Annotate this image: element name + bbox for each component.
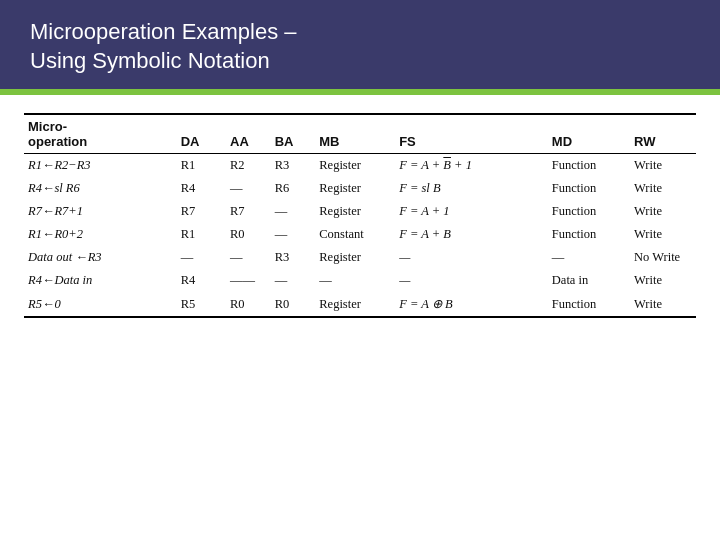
cell-aa: R0 (226, 292, 271, 317)
cell-md: Data in (548, 269, 630, 292)
cell-micro: R1←R2−R3 (24, 154, 177, 178)
col-header-da: DA (177, 114, 226, 154)
cell-md: Function (548, 223, 630, 246)
cell-micro: R4←sl R6 (24, 177, 177, 200)
cell-md: Function (548, 177, 630, 200)
cell-ba: R3 (271, 154, 316, 178)
col-header-rw: RW (630, 114, 696, 154)
cell-mb: Register (315, 154, 395, 178)
cell-md: Function (548, 154, 630, 178)
cell-da: R1 (177, 154, 226, 178)
title-line1: Microoperation Examples – (30, 19, 297, 44)
cell-aa: —— (226, 269, 271, 292)
cell-rw: Write (630, 223, 696, 246)
table-row: R1←R2−R3R1R2R3RegisterF = A + B + 1Funct… (24, 154, 696, 178)
cell-fs: F = A ⊕ B (395, 292, 548, 317)
cell-ba: R0 (271, 292, 316, 317)
cell-rw: Write (630, 177, 696, 200)
cell-md: — (548, 246, 630, 269)
cell-da: R4 (177, 269, 226, 292)
table-row: R7←R7+1R7R7—RegisterF = A + 1FunctionWri… (24, 200, 696, 223)
cell-ba: R3 (271, 246, 316, 269)
content-area: Micro-operation DA AA BA MB FS MD RW R1←… (0, 95, 720, 540)
cell-aa: R2 (226, 154, 271, 178)
cell-aa: R7 (226, 200, 271, 223)
cell-micro: R5←0 (24, 292, 177, 317)
table-row: R4←sl R6R4—R6RegisterF = sl BFunctionWri… (24, 177, 696, 200)
cell-fs: — (395, 269, 548, 292)
cell-mb: Constant (315, 223, 395, 246)
cell-mb: Register (315, 246, 395, 269)
microoperation-table: Micro-operation DA AA BA MB FS MD RW R1←… (24, 113, 696, 318)
cell-aa: — (226, 246, 271, 269)
cell-da: R4 (177, 177, 226, 200)
cell-mb: Register (315, 200, 395, 223)
cell-ba: — (271, 269, 316, 292)
col-header-aa: AA (226, 114, 271, 154)
col-header-md: MD (548, 114, 630, 154)
cell-da: R1 (177, 223, 226, 246)
cell-rw: Write (630, 269, 696, 292)
table-row: Data out ←R3——R3Register——No Write (24, 246, 696, 269)
cell-rw: Write (630, 154, 696, 178)
cell-fs: F = sl B (395, 177, 548, 200)
cell-fs: F = A + 1 (395, 200, 548, 223)
col-header-micro: Micro-operation (24, 114, 177, 154)
table-header-row: Micro-operation DA AA BA MB FS MD RW (24, 114, 696, 154)
col-header-fs: FS (395, 114, 548, 154)
cell-micro: R4←Data in (24, 269, 177, 292)
col-header-ba: BA (271, 114, 316, 154)
table-row: R5←0R5R0R0RegisterF = A ⊕ BFunctionWrite (24, 292, 696, 317)
cell-mb: Register (315, 292, 395, 317)
cell-ba: — (271, 223, 316, 246)
cell-da: R5 (177, 292, 226, 317)
cell-md: Function (548, 292, 630, 317)
table-row: R1←R0+2R1R0—ConstantF = A + BFunctionWri… (24, 223, 696, 246)
cell-micro: R7←R7+1 (24, 200, 177, 223)
cell-fs: F = A + B (395, 223, 548, 246)
slide: Microoperation Examples – Using Symbolic… (0, 0, 720, 540)
cell-fs: — (395, 246, 548, 269)
cell-micro: R1←R0+2 (24, 223, 177, 246)
cell-fs: F = A + B + 1 (395, 154, 548, 178)
cell-rw: Write (630, 200, 696, 223)
table-row: R4←Data inR4—————Data inWrite (24, 269, 696, 292)
cell-da: R7 (177, 200, 226, 223)
cell-ba: R6 (271, 177, 316, 200)
title-line2: Using Symbolic Notation (30, 48, 270, 73)
slide-title: Microoperation Examples – Using Symbolic… (30, 18, 690, 75)
cell-md: Function (548, 200, 630, 223)
cell-aa: R0 (226, 223, 271, 246)
cell-aa: — (226, 177, 271, 200)
cell-rw: No Write (630, 246, 696, 269)
header: Microoperation Examples – Using Symbolic… (0, 0, 720, 89)
col-header-mb: MB (315, 114, 395, 154)
cell-micro: Data out ←R3 (24, 246, 177, 269)
cell-mb: Register (315, 177, 395, 200)
cell-mb: — (315, 269, 395, 292)
cell-rw: Write (630, 292, 696, 317)
cell-ba: — (271, 200, 316, 223)
cell-da: — (177, 246, 226, 269)
